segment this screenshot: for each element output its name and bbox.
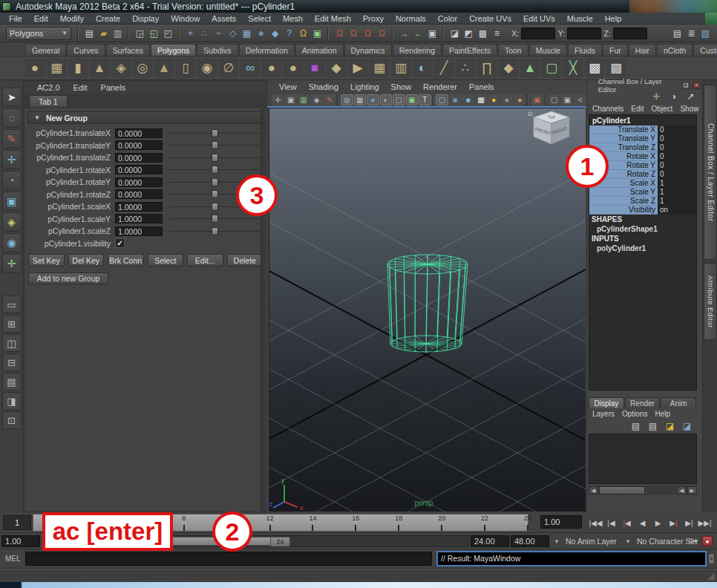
attribute-value-field[interactable]: 1.0000 (115, 214, 163, 223)
x-input[interactable] (521, 27, 555, 39)
channel-box-title-row[interactable]: ::: Channel Box / Layer Editor ❏ × (587, 80, 702, 90)
channels-menu-object[interactable]: Object (648, 105, 677, 113)
slider-handle[interactable] (212, 141, 218, 149)
move-layer-up-icon[interactable]: ▤ (629, 419, 643, 434)
channel-value-field[interactable]: 0 (658, 143, 696, 152)
channel-value-field[interactable]: 1 (658, 188, 696, 197)
menu-display[interactable]: Display (126, 14, 165, 23)
sculpt-geometry-icon[interactable]: ● (262, 59, 281, 78)
menu-edit[interactable]: Edit (28, 14, 54, 23)
pick-icon[interactable]: ↗ (684, 90, 698, 104)
viewport-menu-lighting[interactable]: Lighting (344, 82, 385, 91)
animation-start-field[interactable]: 1.00 (1, 535, 40, 547)
slider-handle[interactable] (212, 215, 218, 223)
new-group-header[interactable]: ▼ New Group (27, 111, 263, 124)
layer-menu-options[interactable]: Options (618, 410, 651, 418)
float-window-icon[interactable]: ❏ (682, 82, 690, 89)
go-to-start-button[interactable]: |◀◀ (588, 515, 603, 530)
new-empty-layer-icon[interactable]: ◪ (663, 419, 677, 434)
new-scene-icon[interactable]: ▤ (82, 26, 96, 40)
layout-persp-outliner[interactable]: ◫ (2, 334, 22, 352)
menu-modify[interactable]: Modify (54, 14, 90, 23)
input-connections-icon[interactable]: → (397, 26, 411, 40)
move-layer-down-icon[interactable]: ▤ (646, 419, 660, 434)
attribute-value-field[interactable]: 0.0000 (115, 165, 163, 174)
render-current-frame-icon[interactable]: ◪ (448, 26, 462, 40)
attribute-slider[interactable] (168, 153, 261, 163)
poly-sphere-icon[interactable]: ● (25, 59, 45, 78)
layer-menu-help[interactable]: Help (651, 410, 674, 418)
poly-torus-icon[interactable]: ◎ (133, 59, 152, 78)
menu-mesh[interactable]: Mesh (277, 14, 309, 23)
snap-curve-icon[interactable]: Ω (347, 26, 361, 40)
ac-panel-scrollbar[interactable] (261, 108, 266, 512)
menu-window[interactable]: Window (165, 14, 206, 23)
snap-point-icon[interactable]: Ω (361, 26, 375, 40)
snap-grid-icon[interactable]: Ω (333, 26, 347, 40)
current-time-field[interactable]: 1.00 (540, 515, 582, 529)
viewport-menu-renderer[interactable]: Renderer (417, 82, 463, 91)
poly-plane-icon[interactable]: ◈ (111, 59, 131, 78)
shape-item[interactable]: pCylinderShape1 (589, 224, 696, 234)
layer-list-area[interactable] (589, 434, 697, 484)
layout-persp-uv[interactable]: ◨ (2, 392, 22, 410)
multi-cut-icon[interactable]: ╳ (563, 59, 583, 78)
combine-icon[interactable]: ▦ (370, 59, 389, 78)
step-forward-key-button[interactable]: ▶| (666, 515, 681, 530)
visibility-checkbox[interactable]: ✓ (115, 238, 125, 248)
slider-handle[interactable] (212, 166, 218, 174)
sidebar-tab-channel-box[interactable]: Channel Box / Layer Editor (704, 85, 717, 260)
select-curves-icon[interactable]: ~ (212, 26, 226, 40)
default-light-icon[interactable]: ● (514, 94, 526, 105)
new-layer-selected-icon[interactable]: ◪ (680, 419, 694, 434)
lasso-tool[interactable]: ◌ (2, 108, 22, 128)
playback-end-field[interactable]: 48.00 (511, 535, 549, 547)
menu-color[interactable]: Color (432, 14, 463, 23)
channel-value-field[interactable]: 0 (658, 152, 696, 161)
layer-tab-anim[interactable]: Anim (661, 397, 696, 408)
viewport-3d-view[interactable]: TOPFRONTRIGHT⌂yxzpersp (269, 108, 585, 511)
channel-value-field[interactable]: 1 (658, 179, 696, 188)
open-scene-icon[interactable]: ▰ (96, 26, 111, 40)
character-set-selector[interactable]: No Character Set (637, 537, 697, 546)
channel-value-field[interactable]: 0 (658, 170, 696, 179)
bridge-icon[interactable]: ∏ (477, 59, 497, 78)
select-hierarchy-icon[interactable]: ◲ (133, 26, 147, 40)
save-scene-icon[interactable]: ▥ (111, 26, 125, 40)
select-button[interactable]: Select (148, 254, 184, 267)
step-back-frame-button[interactable]: |◀ (603, 515, 619, 530)
render-region-icon[interactable]: ▩ (476, 26, 490, 40)
ac-menu-ac2-0[interactable]: AC2.0 (30, 83, 67, 92)
rotate-tool[interactable]: ◔ (2, 171, 22, 190)
slider-handle[interactable] (212, 190, 218, 198)
layer-tab-render[interactable]: Render (625, 397, 661, 408)
shelf-tab-muscle[interactable]: Muscle (529, 44, 567, 56)
snap-view-plane-icon[interactable]: Ω (375, 26, 389, 40)
menu-select[interactable]: Select (242, 14, 277, 23)
close-icon[interactable]: × (693, 82, 701, 89)
y-input[interactable] (567, 27, 601, 39)
scroll-left-icon[interactable]: ◀ (589, 486, 598, 494)
scrollbar-thumb[interactable]: ::::: (599, 486, 645, 494)
ac-menu-panels[interactable]: Panels (94, 83, 133, 92)
select-object-icon[interactable]: ◱ (147, 26, 161, 40)
camera-lock-icon[interactable]: ✛ (272, 94, 284, 105)
attribute-value-field[interactable]: 0.0000 (115, 140, 163, 150)
crease-icon[interactable]: ▲ (520, 59, 540, 78)
flat-shade-icon[interactable]: ◐ (380, 94, 393, 105)
bevel-icon[interactable]: ◆ (499, 59, 518, 78)
smooth-mesh-preview-icon[interactable]: ∞ (240, 59, 260, 78)
menu-file[interactable]: File (3, 14, 28, 23)
xray-cube-icon[interactable]: ▢ (549, 94, 560, 105)
select-lattices-icon[interactable]: ▦ (240, 26, 254, 40)
sidebar-toolsettings-icon[interactable]: ▧ (698, 26, 713, 40)
output-connections-icon[interactable]: ← (411, 26, 425, 40)
add-to-new-group-button[interactable]: Add to new Group (28, 272, 108, 284)
layer-menu-layers[interactable]: Layers (589, 410, 618, 418)
slider-handle[interactable] (212, 178, 218, 186)
attribute-slider[interactable] (168, 226, 261, 236)
use-default-material-icon[interactable]: T (419, 94, 431, 105)
select-misc-icon[interactable]: ? (282, 26, 296, 40)
checker-icon[interactable]: ▩ (475, 94, 487, 105)
shelf-tab-hair[interactable]: Hair (629, 44, 656, 56)
